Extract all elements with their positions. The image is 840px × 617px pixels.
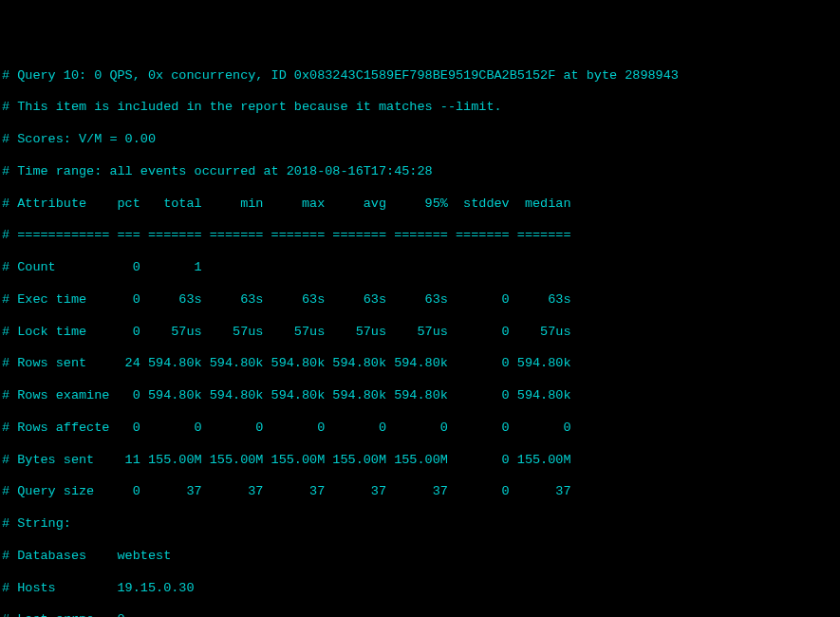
meta-line: # Last errno 0: [2, 612, 838, 617]
table-row: # Exec time 0 63s 63s 63s 63s 63s 0 63s: [2, 292, 838, 308]
table-row: # Lock time 0 57us 57us 57us 57us 57us 0…: [2, 325, 838, 341]
table-separator: # ============ === ======= ======= =====…: [2, 228, 838, 244]
table-row: # Query size 0 37 37 37 37 37 0 37: [2, 484, 838, 500]
meta-line: # Hosts 19.15.0.30: [2, 581, 838, 597]
header-line-3: # Scores: V/M = 0.00: [2, 132, 838, 148]
table-row: # Rows sent 24 594.80k 594.80k 594.80k 5…: [2, 356, 838, 372]
table-row: # Rows affecte 0 0 0 0 0 0 0 0: [2, 421, 838, 437]
meta-line: # String:: [2, 516, 838, 533]
header-line-4: # Time range: all events occurred at 201…: [2, 164, 838, 180]
table-header: # Attribute pct total min max avg 95% st…: [2, 196, 838, 213]
header-line-1: # Query 10: 0 QPS, 0x concurrency, ID 0x…: [2, 68, 838, 84]
meta-line: # Databases webtest: [2, 549, 838, 565]
table-row: # Rows examine 0 594.80k 594.80k 594.80k…: [2, 388, 838, 404]
table-row: # Bytes sent 11 155.00M 155.00M 155.00M …: [2, 453, 838, 469]
header-line-2: # This item is included in the report be…: [2, 100, 838, 116]
table-row: # Count 0 1: [2, 260, 838, 276]
